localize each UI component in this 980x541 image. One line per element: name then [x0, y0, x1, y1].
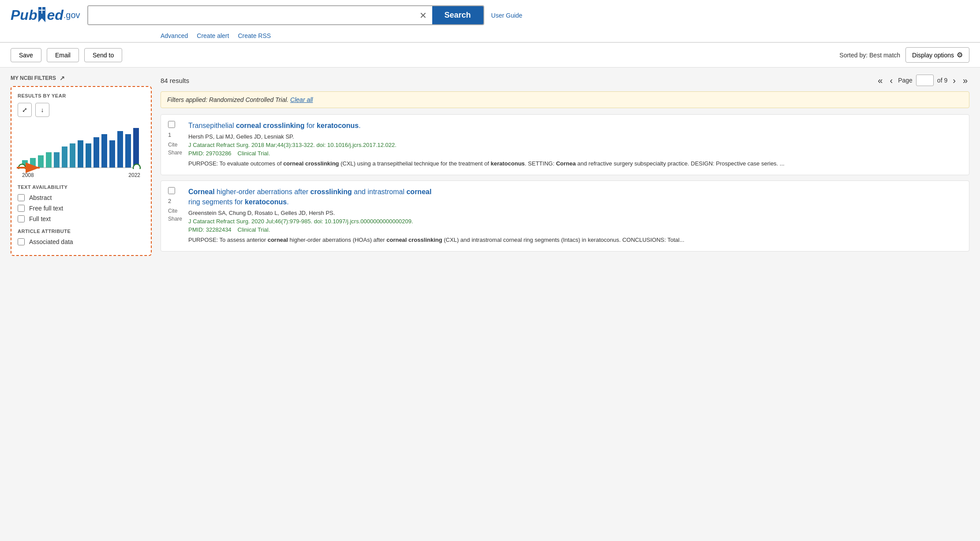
clear-search-button[interactable]: ✕	[414, 6, 432, 24]
send-to-button[interactable]: Send to	[84, 48, 122, 62]
prev-page-button[interactable]: ‹	[888, 75, 894, 86]
article-1-title-link[interactable]: Transepithelial corneal crosslinking for…	[188, 122, 361, 129]
first-page-button[interactable]: «	[876, 75, 884, 86]
save-button[interactable]: Save	[11, 48, 41, 62]
article-2-pmid: PMID: 32282434	[188, 226, 232, 233]
content-area: 84 results « ‹ Page 1 of 9 › » Filters a…	[161, 75, 969, 458]
svg-rect-10	[54, 152, 60, 168]
create-alert-link[interactable]: Create alert	[197, 32, 229, 39]
article-1-abstract: PURPOSE: To evaluate outcomes of corneal…	[188, 159, 962, 169]
article-2-journal: J Cataract Refract Surg. 2020 Jul;46(7):…	[188, 218, 962, 225]
main-layout: MY NCBI FILTERS ↗︎ RESULTS BY YEAR ⤢ ↓	[0, 68, 980, 465]
article-1-checkbox[interactable]	[168, 121, 175, 128]
free-full-text-filter[interactable]: Free full text	[18, 205, 145, 212]
toolbar: Save Email Send to Sorted by: Best match…	[0, 43, 980, 68]
svg-rect-16	[101, 134, 107, 168]
page-total: of 9	[937, 77, 947, 84]
result-item-1: 1 Cite Share Transepithelial corneal cro…	[161, 114, 969, 175]
full-text-label: Full text	[29, 215, 51, 222]
gear-icon: ⚙	[957, 51, 963, 59]
search-bar: corneal crosslinking keratoconus ✕ Searc…	[87, 5, 484, 25]
article-2-title-link[interactable]: Corneal higher-order aberrations after c…	[188, 188, 431, 205]
expand-chart-button[interactable]: ⤢	[18, 103, 32, 117]
advanced-link[interactable]: Advanced	[161, 32, 188, 39]
filter-notice-text: Filters applied: Randomized Controlled T…	[167, 96, 288, 103]
page-nav: « ‹ Page 1 of 9 › »	[876, 75, 969, 86]
svg-rect-9	[46, 152, 52, 168]
free-full-text-checkbox[interactable]	[18, 205, 25, 212]
pubmed-logo[interactable]: Pub ed .gov	[11, 7, 80, 24]
search-input[interactable]: corneal crosslinking keratoconus	[88, 6, 414, 24]
highlight-arrow	[17, 159, 43, 178]
svg-point-23	[133, 164, 140, 169]
article-1-share[interactable]: Share	[168, 150, 182, 156]
associated-data-filter[interactable]: Associated data	[18, 238, 145, 245]
article-2-cite[interactable]: Cite	[168, 208, 182, 214]
article-1-type: Clinical Trial.	[238, 150, 270, 157]
ncbi-filters-header: MY NCBI FILTERS ↗︎	[11, 75, 152, 82]
svg-rect-12	[70, 143, 75, 168]
logo-bookmark-icon	[37, 7, 47, 24]
article-2-checkbox[interactable]	[168, 187, 175, 194]
logo-pub-text: Pub	[11, 7, 37, 23]
sort-label: Sorted by: Best match	[839, 52, 900, 59]
full-text-filter[interactable]: Full text	[18, 215, 145, 222]
create-rss-link[interactable]: Create RSS	[238, 32, 271, 39]
filter-notice: Filters applied: Randomized Controlled T…	[161, 91, 969, 108]
article-1-pmid: PMID: 29703286	[188, 150, 232, 157]
abstract-checkbox[interactable]	[18, 194, 25, 201]
article-2-abstract: PURPOSE: To assess anterior corneal high…	[188, 236, 962, 245]
search-button[interactable]: Search	[432, 6, 483, 24]
svg-rect-20	[133, 128, 139, 168]
results-count: 84 results	[161, 77, 189, 84]
full-text-checkbox[interactable]	[18, 215, 25, 222]
article-1-journal: J Cataract Refract Surg. 2018 Mar;44(3):…	[188, 142, 962, 148]
abstract-filter[interactable]: Abstract	[18, 194, 145, 201]
article-1-authors: Hersh PS, Lai MJ, Gelles JD, Lesniak SP.	[188, 133, 962, 140]
free-full-text-label: Free full text	[29, 205, 63, 212]
article-2-cite-share: Cite Share	[168, 208, 182, 222]
svg-rect-17	[109, 140, 115, 168]
clear-all-link[interactable]: Clear all	[290, 96, 313, 103]
article-2-authors: Greenstein SA, Chung D, Rosato L, Gelles…	[188, 210, 962, 216]
results-nav: 84 results « ‹ Page 1 of 9 › »	[161, 75, 969, 86]
svg-rect-15	[94, 137, 99, 168]
article-2-body: Corneal higher-order aberrations after c…	[188, 187, 962, 245]
chart-controls: ⤢ ↓	[18, 103, 145, 117]
svg-rect-18	[117, 131, 123, 168]
article-1-num: 1	[168, 131, 171, 138]
download-chart-button[interactable]: ↓	[35, 103, 49, 117]
abstract-label: Abstract	[29, 194, 52, 201]
result-item-2: 2 Cite Share Corneal higher-order aberra…	[161, 180, 969, 252]
page-label: Page	[898, 77, 913, 84]
article-2-meta: PMID: 32282434 Clinical Trial.	[188, 226, 962, 233]
svg-rect-11	[62, 147, 67, 168]
export-icon[interactable]: ↗︎	[60, 75, 65, 82]
last-page-button[interactable]: »	[961, 75, 969, 86]
ncbi-filters-label: MY NCBI FILTERS	[11, 75, 56, 81]
article-2-type: Clinical Trial.	[238, 226, 270, 233]
article-1-cite[interactable]: Cite	[168, 142, 182, 148]
svg-rect-14	[86, 143, 91, 168]
text-availability-title: TEXT AVAILABILITY	[18, 184, 145, 190]
user-guide-link[interactable]: User Guide	[491, 12, 523, 19]
results-by-year-title: RESULTS BY YEAR	[18, 93, 145, 98]
text-availability-section: TEXT AVAILABILITY Abstract Free full tex…	[18, 184, 145, 222]
result-left-2: 2 Cite Share	[168, 187, 182, 245]
svg-rect-19	[125, 134, 131, 168]
svg-rect-13	[78, 140, 83, 168]
article-attribute-title: ARTICLE ATTRIBUTE	[18, 229, 145, 234]
email-button[interactable]: Email	[47, 48, 79, 62]
logo-gov-text: .gov	[64, 10, 80, 20]
associated-data-checkbox[interactable]	[18, 238, 25, 245]
display-options-button[interactable]: Display options ⚙	[905, 47, 969, 63]
result-left-1: 1 Cite Share	[168, 121, 182, 169]
header-links: Advanced Create alert Create RSS	[161, 30, 969, 42]
year-end: 2022	[128, 172, 140, 178]
next-page-button[interactable]: ›	[951, 75, 958, 86]
article-attribute-section: ARTICLE ATTRIBUTE Associated data	[18, 229, 145, 245]
associated-data-label: Associated data	[29, 238, 73, 245]
display-options-label: Display options	[912, 52, 954, 59]
page-number-input[interactable]: 1	[916, 75, 934, 86]
article-2-share[interactable]: Share	[168, 216, 182, 222]
